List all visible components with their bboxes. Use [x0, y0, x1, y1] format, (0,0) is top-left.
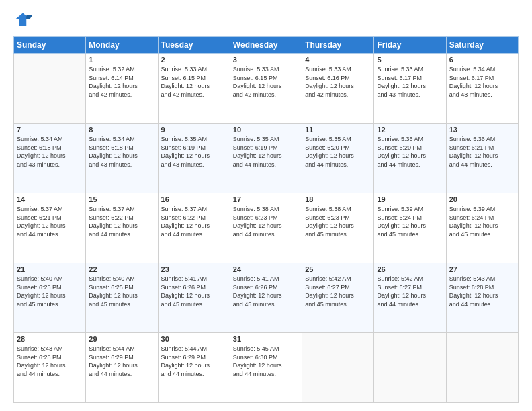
day-number: 22 [89, 265, 154, 273]
calendar-cell: 24Sunrise: 5:41 AM Sunset: 6:26 PM Dayli… [230, 263, 302, 333]
calendar-cell: 13Sunrise: 5:36 AM Sunset: 6:21 PM Dayli… [446, 124, 518, 193]
cell-content: Sunrise: 5:36 AM Sunset: 6:20 PM Dayligh… [377, 135, 443, 169]
day-header-thursday: Thursday [302, 37, 374, 54]
calendar-cell: 5Sunrise: 5:33 AM Sunset: 6:17 PM Daylig… [374, 54, 446, 124]
week-row-4: 21Sunrise: 5:40 AM Sunset: 6:25 PM Dayli… [14, 263, 519, 333]
calendar-body: 1Sunrise: 5:32 AM Sunset: 6:14 PM Daylig… [14, 54, 519, 403]
header [13, 11, 519, 30]
calendar-cell [374, 333, 446, 403]
calendar-cell: 7Sunrise: 5:34 AM Sunset: 6:18 PM Daylig… [14, 124, 86, 193]
day-number: 15 [89, 195, 154, 203]
day-number: 8 [89, 126, 154, 134]
cell-content: Sunrise: 5:40 AM Sunset: 6:25 PM Dayligh… [89, 275, 154, 308]
cell-content: Sunrise: 5:41 AM Sunset: 6:26 PM Dayligh… [161, 275, 227, 308]
day-number: 10 [233, 126, 299, 134]
cell-content: Sunrise: 5:43 AM Sunset: 6:28 PM Dayligh… [17, 345, 83, 378]
cell-content: Sunrise: 5:45 AM Sunset: 6:30 PM Dayligh… [233, 345, 299, 378]
day-number: 2 [161, 56, 227, 64]
week-row-1: 1Sunrise: 5:32 AM Sunset: 6:14 PM Daylig… [14, 54, 519, 124]
cell-content: Sunrise: 5:39 AM Sunset: 6:24 PM Dayligh… [377, 205, 443, 238]
day-number: 30 [161, 335, 227, 343]
day-number: 23 [161, 265, 227, 273]
calendar-cell: 9Sunrise: 5:35 AM Sunset: 6:19 PM Daylig… [158, 124, 230, 193]
calendar-cell: 2Sunrise: 5:33 AM Sunset: 6:15 PM Daylig… [158, 54, 230, 124]
week-row-3: 14Sunrise: 5:37 AM Sunset: 6:21 PM Dayli… [14, 193, 519, 263]
cell-content: Sunrise: 5:34 AM Sunset: 6:18 PM Dayligh… [89, 135, 154, 169]
calendar-cell: 22Sunrise: 5:40 AM Sunset: 6:25 PM Dayli… [86, 263, 158, 333]
cell-content: Sunrise: 5:40 AM Sunset: 6:25 PM Dayligh… [17, 275, 83, 308]
week-row-2: 7Sunrise: 5:34 AM Sunset: 6:18 PM Daylig… [14, 124, 519, 193]
cell-content: Sunrise: 5:42 AM Sunset: 6:27 PM Dayligh… [305, 275, 371, 308]
page: SundayMondayTuesdayWednesdayThursdayFrid… [0, 0, 532, 411]
calendar-cell: 26Sunrise: 5:42 AM Sunset: 6:27 PM Dayli… [374, 263, 446, 333]
calendar-cell: 20Sunrise: 5:39 AM Sunset: 6:24 PM Dayli… [446, 193, 518, 263]
calendar-cell [302, 333, 374, 403]
day-number: 3 [233, 56, 299, 64]
calendar-cell: 28Sunrise: 5:43 AM Sunset: 6:28 PM Dayli… [14, 333, 86, 403]
day-number: 20 [449, 195, 515, 203]
calendar-cell: 17Sunrise: 5:38 AM Sunset: 6:23 PM Dayli… [230, 193, 302, 263]
cell-content: Sunrise: 5:37 AM Sunset: 6:22 PM Dayligh… [161, 205, 227, 238]
day-number: 27 [449, 265, 515, 273]
calendar-cell: 27Sunrise: 5:43 AM Sunset: 6:28 PM Dayli… [446, 263, 518, 333]
day-number: 21 [17, 265, 83, 273]
cell-content: Sunrise: 5:41 AM Sunset: 6:26 PM Dayligh… [233, 275, 299, 308]
day-number: 6 [449, 56, 515, 64]
day-number: 28 [17, 335, 83, 343]
svg-marker-1 [26, 15, 32, 19]
calendar-cell: 8Sunrise: 5:34 AM Sunset: 6:18 PM Daylig… [86, 124, 158, 193]
day-number: 26 [377, 265, 443, 273]
calendar-cell: 1Sunrise: 5:32 AM Sunset: 6:14 PM Daylig… [86, 54, 158, 124]
cell-content: Sunrise: 5:37 AM Sunset: 6:22 PM Dayligh… [89, 205, 154, 238]
cell-content: Sunrise: 5:35 AM Sunset: 6:19 PM Dayligh… [233, 135, 299, 169]
day-number: 16 [161, 195, 227, 203]
calendar-cell: 15Sunrise: 5:37 AM Sunset: 6:22 PM Dayli… [86, 193, 158, 263]
calendar-cell: 18Sunrise: 5:38 AM Sunset: 6:23 PM Dayli… [302, 193, 374, 263]
day-header-saturday: Saturday [446, 37, 518, 54]
cell-content: Sunrise: 5:38 AM Sunset: 6:23 PM Dayligh… [233, 205, 299, 238]
cell-content: Sunrise: 5:33 AM Sunset: 6:17 PM Dayligh… [377, 65, 443, 99]
day-header-tuesday: Tuesday [158, 37, 230, 54]
calendar-cell [14, 54, 86, 124]
calendar-cell: 11Sunrise: 5:35 AM Sunset: 6:20 PM Dayli… [302, 124, 374, 193]
calendar-cell: 10Sunrise: 5:35 AM Sunset: 6:19 PM Dayli… [230, 124, 302, 193]
calendar-cell: 21Sunrise: 5:40 AM Sunset: 6:25 PM Dayli… [14, 263, 86, 333]
svg-marker-0 [16, 13, 30, 26]
day-number: 11 [305, 126, 371, 134]
day-number: 24 [233, 265, 299, 273]
calendar-cell [446, 333, 518, 403]
calendar-cell: 25Sunrise: 5:42 AM Sunset: 6:27 PM Dayli… [302, 263, 374, 333]
cell-content: Sunrise: 5:34 AM Sunset: 6:18 PM Dayligh… [17, 135, 83, 169]
cell-content: Sunrise: 5:38 AM Sunset: 6:23 PM Dayligh… [305, 205, 371, 238]
day-header-wednesday: Wednesday [230, 37, 302, 54]
day-number: 1 [89, 56, 154, 64]
calendar-cell: 19Sunrise: 5:39 AM Sunset: 6:24 PM Dayli… [374, 193, 446, 263]
cell-content: Sunrise: 5:33 AM Sunset: 6:16 PM Dayligh… [305, 65, 371, 99]
day-number: 9 [161, 126, 227, 134]
cell-content: Sunrise: 5:36 AM Sunset: 6:21 PM Dayligh… [449, 135, 515, 169]
day-header-monday: Monday [86, 37, 158, 54]
calendar-cell: 3Sunrise: 5:33 AM Sunset: 6:15 PM Daylig… [230, 54, 302, 124]
day-number: 29 [89, 335, 154, 343]
calendar-cell: 14Sunrise: 5:37 AM Sunset: 6:21 PM Dayli… [14, 193, 86, 263]
day-number: 25 [305, 265, 371, 273]
cell-content: Sunrise: 5:39 AM Sunset: 6:24 PM Dayligh… [449, 205, 515, 238]
calendar-cell: 12Sunrise: 5:36 AM Sunset: 6:20 PM Dayli… [374, 124, 446, 193]
cell-content: Sunrise: 5:44 AM Sunset: 6:29 PM Dayligh… [161, 345, 227, 378]
calendar-header-row: SundayMondayTuesdayWednesdayThursdayFrid… [14, 37, 519, 54]
day-number: 13 [449, 126, 515, 134]
cell-content: Sunrise: 5:44 AM Sunset: 6:29 PM Dayligh… [89, 345, 154, 378]
day-header-sunday: Sunday [14, 37, 86, 54]
cell-content: Sunrise: 5:32 AM Sunset: 6:14 PM Dayligh… [89, 65, 154, 99]
cell-content: Sunrise: 5:43 AM Sunset: 6:28 PM Dayligh… [449, 275, 515, 308]
calendar-cell: 16Sunrise: 5:37 AM Sunset: 6:22 PM Dayli… [158, 193, 230, 263]
calendar-cell: 6Sunrise: 5:34 AM Sunset: 6:17 PM Daylig… [446, 54, 518, 124]
calendar-cell: 29Sunrise: 5:44 AM Sunset: 6:29 PM Dayli… [86, 333, 158, 403]
cell-content: Sunrise: 5:35 AM Sunset: 6:19 PM Dayligh… [161, 135, 227, 169]
cell-content: Sunrise: 5:35 AM Sunset: 6:20 PM Dayligh… [305, 135, 371, 169]
day-number: 19 [377, 195, 443, 203]
day-number: 31 [233, 335, 299, 343]
cell-content: Sunrise: 5:42 AM Sunset: 6:27 PM Dayligh… [377, 275, 443, 308]
calendar-cell: 31Sunrise: 5:45 AM Sunset: 6:30 PM Dayli… [230, 333, 302, 403]
week-row-5: 28Sunrise: 5:43 AM Sunset: 6:28 PM Dayli… [14, 333, 519, 403]
